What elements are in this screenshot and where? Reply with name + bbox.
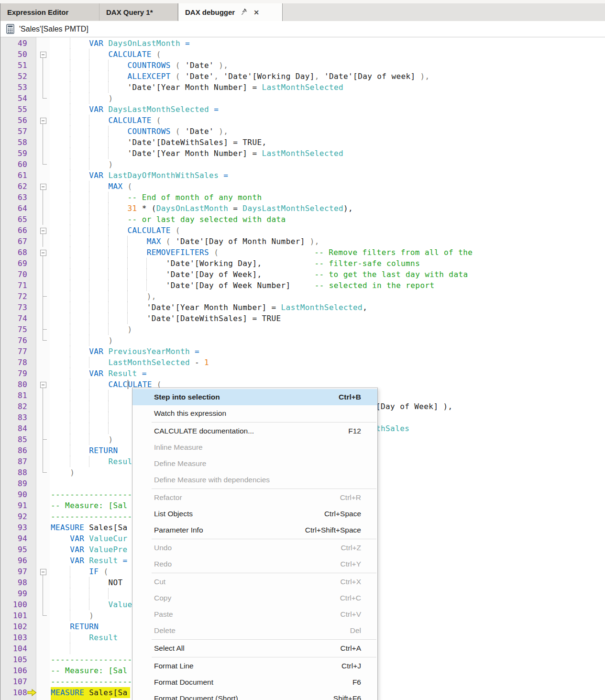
tab-dax-query-1[interactable]: DAX Query 1* [99, 3, 178, 21]
fold-marker [37, 159, 50, 170]
indent-guide [70, 181, 70, 192]
line-number: 68 [0, 247, 27, 258]
code-line-72[interactable]: 72 ), [0, 291, 605, 302]
line-number: 71 [0, 280, 27, 291]
fold-marker[interactable] [37, 115, 50, 126]
fold-marker [37, 291, 50, 302]
fold-marker[interactable] [37, 49, 50, 60]
code-line-60[interactable]: 60 ) [0, 159, 605, 170]
code-line-56[interactable]: 56 CALCULATE ( [0, 115, 605, 126]
code-line-49[interactable]: 49 VAR DaysOnLastMonth = [0, 38, 605, 49]
code-line-52[interactable]: 52 ALLEXCEPT ( 'Date', 'Date'[Working Da… [0, 71, 605, 82]
line-number: 106 [0, 665, 27, 676]
tab-expression-editor[interactable]: Expression Editor [0, 3, 99, 21]
code-line-63[interactable]: 63 -- End of month of any month [0, 192, 605, 203]
code-line-79[interactable]: 79 VAR Result = [0, 368, 605, 379]
code-line-64[interactable]: 64 31 * (DaysOnLastMonth = DaysLastMonth… [0, 203, 605, 214]
code-line-70[interactable]: 70 'Date'[Day of Week],-- to get the las… [0, 269, 605, 280]
pin-icon[interactable] [241, 9, 248, 16]
code-line-68[interactable]: 68 REMOVEFILTERS (-- Remove filters from… [0, 247, 605, 258]
code-line-55[interactable]: 55 VAR DaysLastMonthSelected = [0, 104, 605, 115]
menu-item-shortcut: Ctrl+J [341, 662, 361, 670]
code-line-65[interactable]: 65 -- or last day selected with data [0, 214, 605, 225]
menu-item-format-line[interactable]: Format LineCtrl+J [132, 658, 377, 674]
code-line-51[interactable]: 51 COUNTROWS ( 'Date' ), [0, 60, 605, 71]
line-number: 97 [0, 566, 27, 577]
fold-marker [37, 280, 50, 291]
fold-marker [37, 456, 50, 467]
indent-guide [127, 247, 128, 258]
menu-item-cut: CutCtrl+X [132, 574, 377, 590]
code-line-67[interactable]: 67 MAX ( 'Date'[Day of Month Number] ), [0, 236, 605, 247]
line-number: 66 [0, 225, 27, 236]
code-line-53[interactable]: 53 'Date'[Year Month Number] = LastMonth… [0, 82, 605, 93]
fold-collapse-icon[interactable] [40, 569, 46, 575]
indent-guide [108, 291, 109, 302]
indent-guide [70, 236, 70, 247]
code-line-50[interactable]: 50 CALCULATE ( [0, 49, 605, 60]
menu-item-calculate-documentation[interactable]: CALCULATE documentation...F12 [132, 423, 377, 439]
breadcrumb: 'Sales'[Sales PMTD] [0, 21, 605, 37]
fold-marker[interactable] [37, 181, 50, 192]
code-line-78[interactable]: 78 LastMonthSelected - 1 [0, 357, 605, 368]
code-line-62[interactable]: 62 MAX ( [0, 181, 605, 192]
indent-guide [108, 247, 109, 258]
indent-guide [108, 313, 109, 324]
menu-item-label: Undo [154, 544, 172, 552]
menu-item-watch-this-expression[interactable]: Watch this expression [132, 405, 377, 422]
menu-item-format-document-short[interactable]: Format Document (Short)Shift+F6 [132, 690, 377, 700]
code-line-61[interactable]: 61 VAR LastDayOfMonthWithSales = [0, 170, 605, 181]
close-icon[interactable]: ✕ [253, 9, 259, 16]
fold-marker [37, 412, 50, 423]
menu-item-step-into-selection[interactable]: Step into selectionCtrl+B [132, 389, 377, 405]
line-number: 81 [0, 390, 27, 401]
menu-item-delete: DeleteDel [132, 622, 377, 639]
code-line-58[interactable]: 58 'Date'[DateWithSales] = TRUE, [0, 137, 605, 148]
code-line-57[interactable]: 57 COUNTROWS ( 'Date' ), [0, 126, 605, 137]
code-line-59[interactable]: 59 'Date'[Year Month Number] = LastMonth… [0, 148, 605, 159]
indent-guide [70, 324, 70, 335]
menu-item-define-measure-with-dependencies: Define Measure with dependencies [132, 472, 377, 488]
line-number: 49 [0, 38, 27, 49]
menu-item-list-objects[interactable]: List ObjectsCtrl+Space [132, 506, 377, 522]
fold-marker [37, 214, 50, 225]
code-line-54[interactable]: 54 ) [0, 93, 605, 104]
fold-collapse-icon[interactable] [40, 250, 46, 256]
code-line-73[interactable]: 73 'Date'[Year Month Number] = LastMonth… [0, 302, 605, 313]
code-line-74[interactable]: 74 'Date'[DateWithSales] = TRUE [0, 313, 605, 324]
indent-guide [108, 390, 109, 401]
indent-guide [70, 159, 70, 170]
code-line-75[interactable]: 75 ) [0, 324, 605, 335]
menu-item-format-document[interactable]: Format DocumentF6 [132, 674, 377, 690]
fold-marker[interactable] [37, 566, 50, 577]
fold-marker[interactable] [37, 698, 50, 700]
indent-guide [89, 379, 89, 390]
code-line-66[interactable]: 66 CALCULATE ( [0, 225, 605, 236]
indent-guide [108, 214, 109, 225]
fold-marker[interactable] [37, 247, 50, 258]
indent-guide [89, 192, 89, 203]
line-number: 77 [0, 346, 27, 357]
menu-item-parameter-info[interactable]: Parameter InfoCtrl+Shift+Space [132, 522, 377, 538]
code-line-71[interactable]: 71 'Date'[Day of Week Number]-- selected… [0, 280, 605, 291]
indent-guide [70, 335, 70, 346]
code-line-69[interactable]: 69 'Date'[Working Day],-- filter-safe co… [0, 258, 605, 269]
line-number: 92 [0, 511, 27, 522]
fold-marker[interactable] [37, 225, 50, 236]
code-line-77[interactable]: 77 VAR PreviousYearMonth = [0, 346, 605, 357]
fold-collapse-icon[interactable] [40, 228, 46, 234]
indent-guide [70, 93, 70, 104]
fold-collapse-icon[interactable] [40, 118, 46, 124]
fold-collapse-icon[interactable] [40, 382, 46, 388]
fold-collapse-icon[interactable] [40, 184, 46, 190]
fold-marker[interactable] [37, 379, 50, 390]
tab-dax-debugger[interactable]: DAX debugger✕ [178, 3, 283, 21]
code-line-76[interactable]: 76 ) [0, 335, 605, 346]
indent-guide [146, 269, 147, 280]
fold-collapse-icon[interactable] [40, 52, 46, 58]
menu-item-label: Format Document (Short) [154, 694, 238, 700]
menu-item-label: Watch this expression [154, 409, 226, 418]
line-number: 67 [0, 236, 27, 247]
menu-item-shortcut: Ctrl+Shift+Space [305, 526, 361, 534]
menu-item-select-all[interactable]: Select AllCtrl+A [132, 640, 377, 656]
